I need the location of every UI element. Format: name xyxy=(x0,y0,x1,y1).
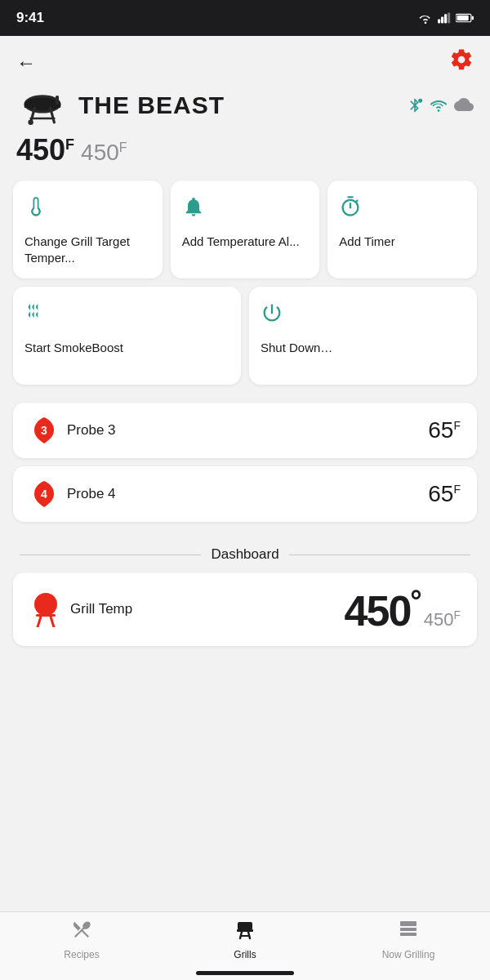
settings-button[interactable] xyxy=(449,47,474,78)
svg-text:3: 3 xyxy=(41,424,47,437)
change-grill-temp-label: Change Grill Target Temper... xyxy=(24,234,151,265)
divider-left xyxy=(20,555,201,555)
probe-4-left: 4 Probe 4 xyxy=(29,479,116,509)
probe-3-left: 3 Probe 3 xyxy=(29,416,116,445)
status-bar: 9:41 xyxy=(0,0,490,36)
dashboard-label: Dashboard xyxy=(211,546,278,563)
svg-rect-2 xyxy=(444,14,447,23)
svg-rect-29 xyxy=(400,933,416,936)
status-time: 9:41 xyxy=(16,10,44,26)
dashboard-left: Grill Temp xyxy=(29,591,132,627)
bluetooth-icon xyxy=(407,97,423,114)
probe-3-card[interactable]: 3 Probe 3 65F xyxy=(13,403,477,458)
grill-temp-icon xyxy=(29,591,62,627)
grill-name: THE BEAST xyxy=(78,91,225,119)
power-icon xyxy=(261,301,283,330)
svg-rect-23 xyxy=(237,929,253,932)
start-smokeboost-label: Start SmokeBoost xyxy=(24,340,123,356)
svg-point-9 xyxy=(24,97,61,110)
grill-name-row: THE BEAST xyxy=(16,86,225,125)
recipes-nav-label: Recipes xyxy=(64,949,99,960)
nav-item-grills[interactable]: Grills xyxy=(163,919,327,960)
svg-rect-28 xyxy=(400,928,416,931)
target-temp: 450F xyxy=(81,140,127,166)
add-temp-alert-card[interactable]: Add Temperature Al... xyxy=(171,180,320,278)
nav-item-now-grilling[interactable]: Now Grilling xyxy=(327,919,490,960)
probe-4-name: Probe 4 xyxy=(67,486,116,502)
grills-nav-icon xyxy=(234,919,256,946)
svg-point-18 xyxy=(34,593,57,616)
shut-down-card[interactable]: Shut Down… xyxy=(249,287,477,385)
add-temp-alert-label: Add Temperature Al... xyxy=(182,234,300,250)
add-timer-card[interactable]: Add Timer xyxy=(327,180,477,278)
home-indicator xyxy=(196,971,294,975)
gear-icon xyxy=(449,47,474,72)
svg-rect-1 xyxy=(441,16,443,23)
wifi-icon xyxy=(418,12,433,24)
cloud-icon xyxy=(454,98,474,113)
current-temp: 450F xyxy=(16,133,74,167)
now-grilling-nav-label: Now Grilling xyxy=(382,949,435,960)
probe-3-icon: 3 xyxy=(29,416,59,445)
now-grilling-nav-icon xyxy=(398,919,419,946)
connectivity-icons xyxy=(407,97,474,114)
svg-rect-6 xyxy=(472,16,474,20)
dashboard-temp-display: 450° 450F xyxy=(345,586,461,632)
nav-item-recipes[interactable]: Recipes xyxy=(0,919,163,960)
svg-line-20 xyxy=(38,617,41,627)
signal-icon xyxy=(438,12,451,24)
cards-section: Change Grill Target Temper... Add Temper… xyxy=(0,180,490,403)
svg-rect-22 xyxy=(238,922,252,930)
action-cards-bottom-row: Start SmokeBoost Shut Down… xyxy=(13,287,477,385)
probe-4-icon: 4 xyxy=(29,479,59,509)
grill-illustration xyxy=(16,86,69,125)
probe-4-temp: 65F xyxy=(428,481,461,507)
probe-3-temp: 65F xyxy=(428,417,461,443)
dashboard-divider: Dashboard xyxy=(0,530,490,572)
svg-text:4: 4 xyxy=(41,488,47,501)
divider-right xyxy=(289,555,470,555)
back-button[interactable]: ← xyxy=(16,51,36,74)
temp-section: 450F 450F xyxy=(0,130,490,180)
dashboard-small-temp: 450F xyxy=(424,608,461,630)
svg-point-14 xyxy=(28,120,33,125)
svg-rect-0 xyxy=(438,20,440,24)
bell-icon xyxy=(182,195,205,224)
smoke-icon xyxy=(24,301,47,330)
change-grill-temp-card[interactable]: Change Grill Target Temper... xyxy=(13,180,163,278)
status-icons xyxy=(418,12,474,24)
probe-4-card[interactable]: 4 Probe 4 65F xyxy=(13,466,477,522)
dashboard-big-temp: 450° xyxy=(345,586,421,632)
wifi-connected-icon xyxy=(430,98,448,113)
battery-icon xyxy=(456,12,474,24)
recipes-nav-icon xyxy=(71,919,92,946)
svg-rect-5 xyxy=(457,16,469,20)
dashboard-grill-temp-card[interactable]: Grill Temp 450° 450F xyxy=(13,572,477,646)
svg-point-15 xyxy=(418,99,422,103)
shut-down-label: Shut Down… xyxy=(261,340,332,356)
grills-nav-label: Grills xyxy=(234,949,256,960)
svg-rect-27 xyxy=(400,921,416,926)
header: ← xyxy=(0,36,490,86)
action-cards-top-row: Change Grill Target Temper... Add Temper… xyxy=(13,180,477,278)
thermometer-icon xyxy=(24,195,47,224)
start-smokeboost-card[interactable]: Start SmokeBoost xyxy=(13,287,241,385)
svg-rect-3 xyxy=(448,13,450,24)
svg-rect-10 xyxy=(56,96,59,105)
timer-icon xyxy=(339,195,362,224)
probe-3-name: Probe 3 xyxy=(67,422,116,439)
grill-title-section: THE BEAST xyxy=(0,86,490,130)
bottom-nav: Recipes Grills Now Grilling xyxy=(0,911,490,980)
add-timer-label: Add Timer xyxy=(339,234,394,250)
svg-line-21 xyxy=(51,617,54,627)
svg-rect-19 xyxy=(36,614,56,617)
grill-temp-label: Grill Temp xyxy=(70,601,132,617)
